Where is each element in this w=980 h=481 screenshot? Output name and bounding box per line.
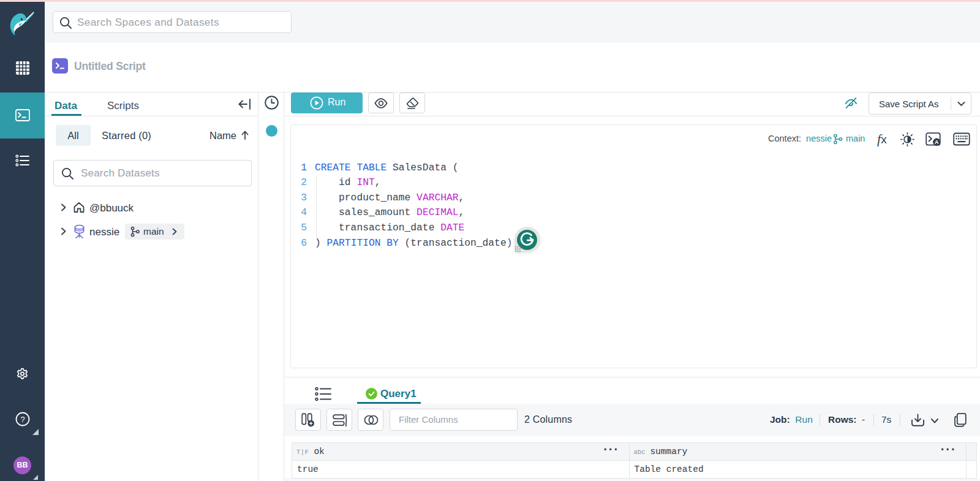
svg-text:?: ?	[20, 415, 24, 424]
svg-text:A: A	[935, 139, 939, 145]
